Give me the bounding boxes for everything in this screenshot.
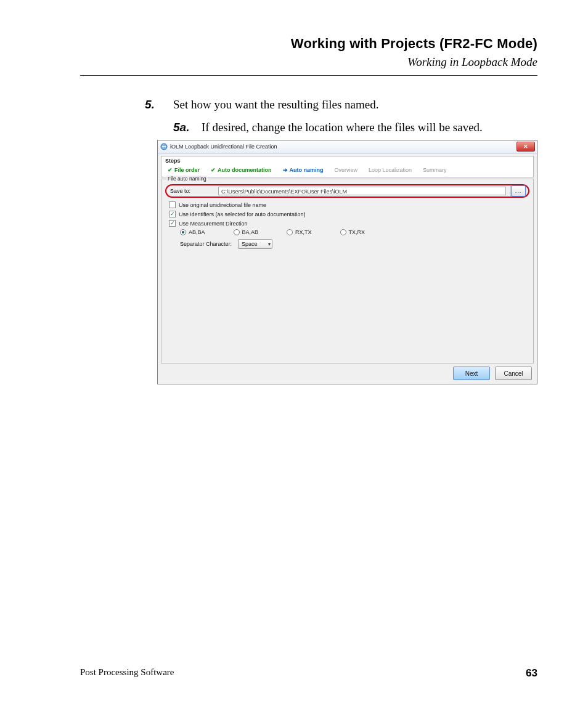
steps-heading: Steps	[165, 158, 529, 164]
radio-input[interactable]	[340, 229, 346, 235]
step-text: Set how you want the resulting files nam…	[173, 95, 379, 113]
next-button[interactable]: Next	[453, 367, 490, 380]
page-subtitle: Working in Loopback Mode	[80, 55, 537, 69]
radio-input[interactable]	[234, 229, 240, 235]
footer-product: Post Processing Software	[80, 667, 174, 680]
save-to-row: Save to: C:\Users\Public\Documents\EXFO\…	[165, 184, 529, 198]
wizard-steps: Steps ✔ File order ✔ Auto documentation …	[161, 156, 534, 177]
checkbox-direction[interactable]	[169, 220, 176, 227]
substep-text: If desired, change the location where th…	[202, 118, 483, 136]
checkbox-identifiers[interactable]	[169, 211, 176, 217]
save-to-label: Save to:	[170, 188, 213, 194]
step-label: Overview	[335, 167, 358, 173]
header-rule	[80, 75, 537, 76]
checkbox-original-name-row[interactable]: Use original unidirectional file name	[169, 201, 526, 208]
checkbox-label: Use Measurement Direction	[179, 221, 248, 227]
options-block: Use original unidirectional file name Us…	[169, 201, 526, 249]
titlebar: iOLM Loopback Unidirectional File Creati…	[158, 140, 537, 153]
separator-row: Separator Character: Space ▾	[180, 239, 526, 249]
step-loop-localization: Loop Localization	[369, 167, 412, 173]
body-text: 5. Set how you want the resulting files …	[145, 95, 537, 137]
radio-rxtx[interactable]: RX,TX	[287, 229, 312, 235]
separator-label: Separator Character:	[180, 241, 232, 247]
step-summary: Summary	[423, 167, 447, 173]
step-label: Auto naming	[290, 167, 324, 173]
check-icon: ✔	[211, 167, 216, 173]
radio-input[interactable]	[287, 229, 293, 235]
separator-value: Space	[242, 241, 258, 247]
button-label: Cancel	[504, 370, 523, 377]
page-header: Working with Projects (FR2-FC Mode) Work…	[80, 36, 537, 76]
radio-label: RX,TX	[295, 229, 312, 235]
step-label: Auto documentation	[218, 167, 272, 173]
checkbox-original-name[interactable]	[169, 201, 176, 208]
step-label: Loop Localization	[369, 167, 412, 173]
step-label: Summary	[423, 167, 447, 173]
direction-radio-group: AB,BA BA,AB RX,TX TX,RX	[180, 229, 526, 235]
button-label: Next	[465, 370, 478, 377]
panel-legend: File auto naming	[166, 176, 208, 182]
file-auto-naming-panel: File auto naming Save to: C:\Users\Publi…	[161, 179, 534, 363]
step-auto-naming[interactable]: ➔ Auto naming	[283, 167, 324, 173]
chevron-down-icon: ▾	[268, 241, 271, 247]
checkbox-label: Use original unidirectional file name	[179, 202, 266, 208]
window-title: iOLM Loopback Unidirectional File Creati…	[170, 144, 277, 150]
radio-label: BA,AB	[242, 229, 259, 235]
radio-abba[interactable]: AB,BA	[180, 229, 205, 235]
page-number: 63	[526, 667, 537, 680]
separator-dropdown[interactable]: Space ▾	[238, 239, 272, 249]
close-button[interactable]: ✕	[517, 142, 535, 152]
checkbox-identifiers-row[interactable]: Use identifiers (as selected for auto do…	[169, 211, 526, 217]
check-icon: ✔	[168, 167, 173, 173]
step-overview: Overview	[335, 167, 358, 173]
radio-txrx[interactable]: TX,RX	[340, 229, 365, 235]
dialog-window: iOLM Loopback Unidirectional File Creati…	[157, 140, 537, 384]
browse-button[interactable]: ...	[511, 185, 526, 197]
radio-baab[interactable]: BA,AB	[234, 229, 259, 235]
cancel-button[interactable]: Cancel	[495, 367, 532, 380]
close-icon: ✕	[523, 144, 528, 150]
save-to-input[interactable]: C:\Users\Public\Documents\EXFO\User File…	[218, 187, 506, 195]
step-label: File order	[174, 167, 200, 173]
ellipsis-icon: ...	[515, 188, 522, 194]
substep-number: 5a.	[173, 118, 202, 136]
app-icon	[160, 143, 168, 150]
radio-label: TX,RX	[349, 229, 365, 235]
step-file-order[interactable]: ✔ File order	[168, 167, 200, 173]
radio-input[interactable]	[180, 229, 186, 235]
checkbox-direction-row[interactable]: Use Measurement Direction	[169, 220, 526, 227]
step-auto-documentation[interactable]: ✔ Auto documentation	[211, 167, 272, 173]
dialog-button-bar: Next Cancel	[453, 367, 532, 380]
checkbox-label: Use identifiers (as selected for auto do…	[179, 211, 306, 217]
radio-label: AB,BA	[189, 229, 205, 235]
step-number: 5.	[145, 95, 173, 113]
arrow-icon: ➔	[283, 167, 288, 173]
page-footer: Post Processing Software 63	[80, 667, 537, 680]
page-title: Working with Projects (FR2-FC Mode)	[80, 36, 537, 52]
